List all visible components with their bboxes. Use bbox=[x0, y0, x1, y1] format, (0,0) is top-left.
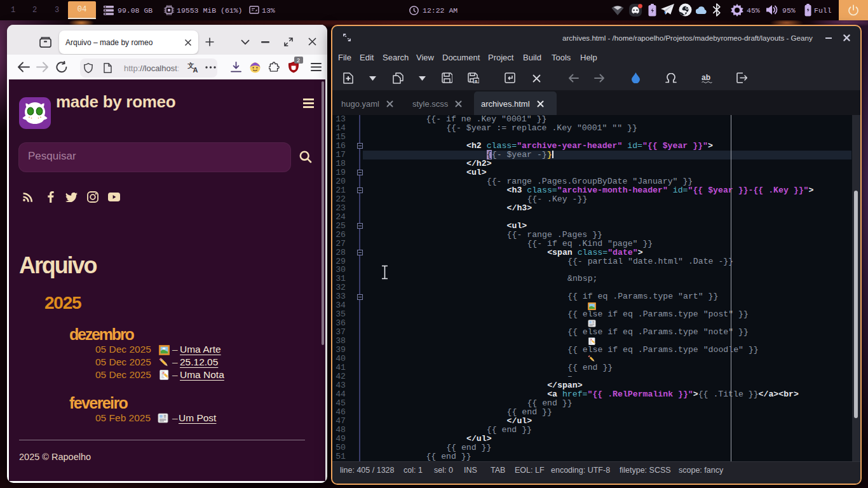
svg-text:A: A bbox=[193, 66, 198, 73]
svg-text:ab: ab bbox=[702, 73, 710, 82]
